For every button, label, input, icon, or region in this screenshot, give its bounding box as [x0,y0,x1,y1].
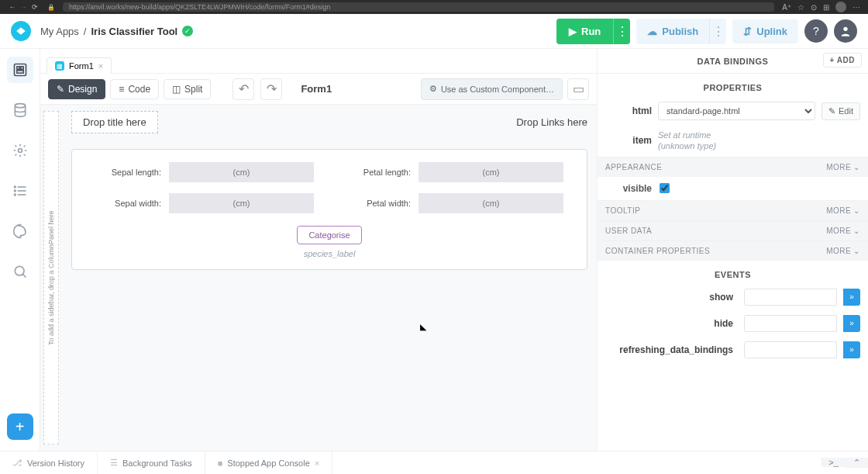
section-tooltip[interactable]: TOOLTIP MORE ⌄ [598,200,868,220]
rail-search-icon[interactable] [7,258,33,285]
sepal-width-input[interactable] [169,193,314,213]
tab-split[interactable]: ◫ Split [164,79,211,99]
plus-icon: + [830,56,837,64]
item-label: item [605,135,652,146]
categorise-button[interactable]: Categorise [297,226,361,244]
help-button[interactable]: ? [804,19,828,43]
petal-width-input[interactable] [418,193,563,213]
back-icon[interactable]: ← [8,3,17,11]
event-refresh-input[interactable] [744,341,837,358]
pencil-icon: ✎ [57,84,64,95]
event-show-input[interactable] [744,289,837,306]
browser-nav: ← → ⟳ [8,3,40,11]
run-button[interactable]: ▶ Run [556,19,613,44]
petal-length-input[interactable] [418,162,563,182]
properties-panel: DATA BINDINGS + ADD PROPERTIES html stan… [597,49,868,451]
zoom-icon[interactable]: A⁺ [782,3,791,12]
file-tab-form1[interactable]: ▦ Form1 × [46,57,112,74]
file-tab-label: Form1 [69,61,94,71]
svg-point-11 [14,190,16,192]
tab-code[interactable]: ≡ Code [110,79,159,99]
svg-point-13 [15,266,24,275]
uplink-button[interactable]: ⇵ Uplink [732,19,798,43]
svg-point-5 [15,104,25,108]
rail-list-icon[interactable] [7,178,33,204]
close-icon[interactable]: × [315,458,319,468]
rail-database-icon[interactable] [7,97,33,123]
undo-button[interactable]: ↶ [232,78,254,100]
section-appearance[interactable]: APPEARANCE MORE ⌄ [598,157,868,177]
sync-icon[interactable]: ⊙ [811,3,817,12]
rail-app-icon[interactable] [7,57,33,83]
rail-add-button[interactable]: + [7,413,33,440]
form-icon: ▦ [55,61,64,71]
form-card[interactable]: Sepal length: Petal length: Sepal width: [71,149,587,270]
event-refresh-go[interactable]: » [843,341,860,358]
section-user-data[interactable]: USER DATA MORE ⌄ [598,220,868,240]
forward-icon[interactable]: → [19,3,29,11]
extensions-icon[interactable]: ⊞ [823,3,829,12]
bottom-bar: ⎇ Version History ☰ Background Tasks ■ S… [0,451,868,474]
publish-dropdown[interactable]: ⋮ [709,19,726,44]
design-canvas[interactable]: Drop title here Drop Links here Sepal le… [62,105,597,451]
sepal-length-input[interactable] [169,162,314,182]
edit-html-button[interactable]: ✎ Edit [822,102,860,120]
tab-version-history[interactable]: ⎇ Version History [0,452,98,474]
links-drop-zone[interactable]: Drop Links here [516,112,587,133]
title-drop-zone[interactable]: Drop title here [71,111,158,133]
profile-icon[interactable] [835,2,846,12]
html-select[interactable]: standard-page.html [658,102,815,120]
terminal-button[interactable]: >_ [822,458,845,467]
lock-icon: 🔒 [47,4,55,11]
field-petal-length: Petal length: [345,162,563,182]
tab-design[interactable]: ✎ Design [48,79,105,99]
my-apps-link[interactable]: My Apps [40,26,79,37]
custom-component-button[interactable]: ⚙ Use as Custom Component… [421,78,563,100]
menu-icon[interactable]: ⋯ [852,3,860,12]
star-icon[interactable]: ☆ [797,3,804,12]
svg-rect-2 [16,67,19,69]
item-desc: Set at runtime (unknown type) [658,130,716,152]
custom-component-label: Use as Custom Component… [441,85,554,94]
sidebar-drop-zone[interactable]: To add a sidebar, drop a ColumnPanel her… [43,111,59,445]
refresh-icon[interactable]: ⟳ [30,3,40,11]
status-ok-icon: ✓ [182,26,193,36]
event-hide-input[interactable] [744,315,837,332]
prop-visible: visible [598,177,868,200]
branch-icon: ⎇ [12,458,22,468]
cloud-icon: ☁ [647,26,657,37]
anvil-logo[interactable] [11,21,31,41]
gear-icon: ⚙ [429,84,437,94]
rail-theme-icon[interactable] [7,218,33,244]
species-label[interactable]: species_label [95,249,563,258]
field-sepal-width: Sepal width: [95,193,314,213]
event-hide-go[interactable]: » [843,315,860,332]
account-button[interactable] [834,19,857,43]
add-binding-button[interactable]: + ADD [823,53,862,67]
tasks-icon: ☰ [110,458,118,468]
collapse-button[interactable]: ⌃ [845,458,868,468]
app-name[interactable]: Iris Classifier Tool [91,26,177,37]
breadcrumb-sep: / [84,26,87,37]
svg-line-14 [22,274,26,277]
run-dropdown[interactable]: ⋮ [613,19,630,44]
visible-checkbox[interactable] [660,183,670,193]
run-label: Run [581,26,601,37]
event-show-go[interactable]: » [843,289,860,306]
split-icon: ◫ [172,84,181,95]
publish-button[interactable]: ☁ Publish [636,19,709,44]
mouse-cursor-icon: ◣ [420,322,426,332]
redo-button[interactable]: ↷ [260,78,282,100]
rail-settings-icon[interactable] [7,137,33,164]
close-icon[interactable]: × [98,61,103,71]
svg-point-12 [14,194,16,195]
layout-toggle-button[interactable]: ▭ [567,78,589,100]
stop-icon: ■ [218,458,223,468]
play-icon: ▶ [569,26,577,37]
petal-length-label: Petal length: [345,168,411,177]
url-bar[interactable]: https://anvil.works/new-build/apps/QK2SL… [63,2,774,12]
tab-console[interactable]: ■ Stopped App Console × [205,452,333,474]
tab-background-tasks[interactable]: ☰ Background Tasks [98,452,205,474]
browser-right-icons: A⁺ ☆ ⊙ ⊞ ⋯ [782,2,860,12]
section-container[interactable]: CONTAINER PROPERTIES MORE ⌄ [598,240,868,261]
